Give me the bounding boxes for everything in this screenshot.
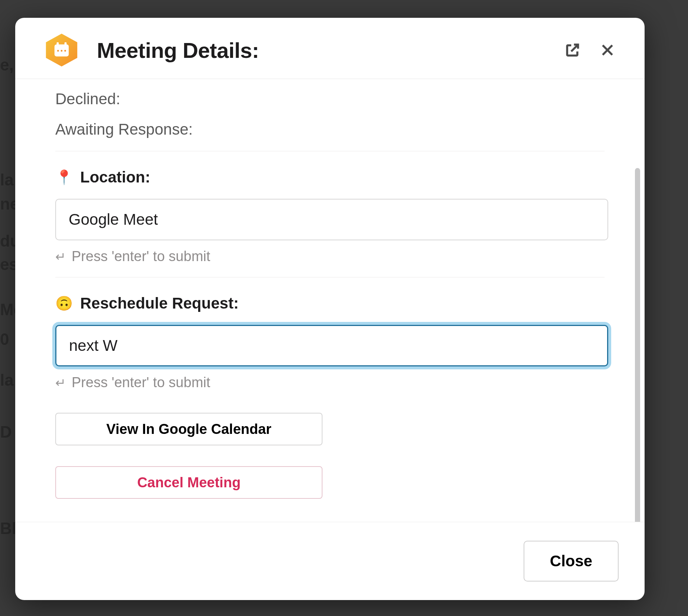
upside-down-face-icon: 🙃 xyxy=(55,295,73,312)
bg-fragment: Bl xyxy=(0,519,16,538)
return-icon: ↵ xyxy=(55,375,66,390)
modal-scroll-area[interactable]: Declined: Awaiting Response: 📍 Location:… xyxy=(15,79,645,522)
reschedule-input[interactable] xyxy=(55,325,608,366)
svg-rect-2 xyxy=(57,42,59,47)
reschedule-label-text: Reschedule Request: xyxy=(80,294,239,312)
awaiting-response-label: Awaiting Response: xyxy=(55,121,605,138)
reschedule-hint-text: Press 'enter' to submit xyxy=(72,375,210,391)
app-icon xyxy=(43,32,80,68)
bg-fragment: e, xyxy=(0,56,14,74)
declined-label: Declined: xyxy=(55,90,605,108)
svg-point-5 xyxy=(61,50,63,52)
scrollbar-thumb[interactable] xyxy=(635,168,640,522)
svg-rect-3 xyxy=(65,42,67,47)
cancel-meeting-button[interactable]: Cancel Meeting xyxy=(55,466,322,499)
open-externally-button[interactable] xyxy=(561,39,584,61)
return-icon: ↵ xyxy=(55,249,66,264)
location-input[interactable] xyxy=(55,199,608,240)
location-label: 📍 Location: xyxy=(55,168,605,186)
section-divider xyxy=(55,277,605,277)
bg-fragment: D xyxy=(0,423,12,441)
external-link-icon xyxy=(564,42,581,58)
section-divider xyxy=(55,151,605,151)
location-label-text: Location: xyxy=(80,168,150,186)
bg-fragment: la xyxy=(0,171,14,189)
svg-point-4 xyxy=(57,50,59,52)
meeting-actions: View In Google Calendar Cancel Meeting xyxy=(55,413,605,499)
svg-point-6 xyxy=(64,50,66,52)
close-icon xyxy=(599,42,616,58)
bg-fragment: la xyxy=(0,371,14,389)
modal-footer: Close xyxy=(15,522,645,600)
meeting-details-modal: Meeting Details: Declined: Awaiting Resp… xyxy=(15,18,645,600)
location-hint-text: Press 'enter' to submit xyxy=(72,248,210,264)
reschedule-hint: ↵ Press 'enter' to submit xyxy=(55,375,605,391)
location-hint: ↵ Press 'enter' to submit xyxy=(55,248,605,264)
view-in-google-calendar-button[interactable]: View In Google Calendar xyxy=(55,413,322,445)
pin-icon: 📍 xyxy=(55,169,73,185)
close-button[interactable]: Close xyxy=(524,541,619,582)
reschedule-label: 🙃 Reschedule Request: xyxy=(55,294,605,312)
modal-header: Meeting Details: xyxy=(15,18,645,79)
close-modal-button[interactable] xyxy=(596,39,619,61)
modal-title: Meeting Details: xyxy=(97,38,259,63)
modal-body: Declined: Awaiting Response: 📍 Location:… xyxy=(15,79,645,522)
bg-fragment: 0 xyxy=(0,330,9,349)
